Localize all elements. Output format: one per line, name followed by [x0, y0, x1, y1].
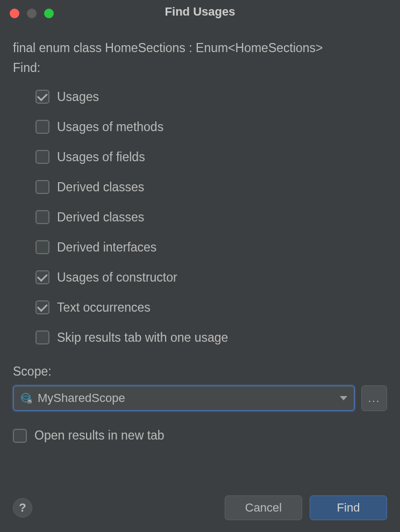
window-zoom-button[interactable]	[44, 9, 54, 18]
dialog-footer: ? Cancel Find	[13, 495, 387, 520]
option-checkbox[interactable]	[35, 150, 49, 164]
scope-label: Scope:	[13, 364, 387, 379]
option-row: Usages of constructor	[35, 262, 387, 292]
scope-section: Scope: MySharedScope ...	[13, 364, 387, 411]
shared-scope-icon	[20, 392, 32, 404]
option-row: Usages of fields	[35, 142, 387, 172]
option-row: Usages	[35, 82, 387, 112]
scope-value: MySharedScope	[38, 391, 340, 405]
option-checkbox[interactable]	[35, 120, 49, 134]
option-checkbox[interactable]	[35, 240, 49, 254]
option-label[interactable]: Derived classes	[57, 210, 144, 225]
traffic-lights	[10, 9, 54, 18]
window-minimize-button[interactable]	[27, 9, 37, 18]
chevron-down-icon	[340, 396, 347, 400]
help-button[interactable]: ?	[13, 498, 32, 517]
scope-row: MySharedScope ...	[13, 385, 387, 411]
option-label[interactable]: Usages of constructor	[57, 270, 177, 285]
option-checkbox[interactable]	[35, 270, 49, 284]
option-row: Usages of methods	[35, 112, 387, 142]
option-checkbox[interactable]	[35, 90, 49, 104]
find-label: Find:	[13, 61, 387, 75]
option-row: Skip results tab with one usage	[35, 322, 387, 353]
option-checkbox[interactable]	[35, 300, 49, 314]
dialog-content: final enum class HomeSections : Enum<Hom…	[0, 24, 400, 443]
titlebar: Find Usages	[0, 0, 400, 24]
open-new-tab-row: Open results in new tab	[13, 428, 387, 443]
option-checkbox[interactable]	[35, 330, 49, 344]
option-label[interactable]: Derived classes	[57, 180, 144, 195]
window-close-button[interactable]	[10, 9, 19, 18]
option-row: Derived classes	[35, 202, 387, 232]
open-new-tab-checkbox[interactable]	[13, 429, 27, 443]
scope-browse-button[interactable]: ...	[361, 385, 387, 411]
target-signature: final enum class HomeSections : Enum<Hom…	[13, 41, 387, 55]
option-label[interactable]: Text occurrences	[57, 300, 151, 315]
option-row: Derived classes	[35, 172, 387, 202]
find-button[interactable]: Find	[310, 495, 387, 520]
option-label[interactable]: Derived interfaces	[57, 240, 156, 255]
option-row: Derived interfaces	[35, 232, 387, 262]
option-label[interactable]: Usages of methods	[57, 120, 163, 134]
option-checkbox[interactable]	[35, 210, 49, 224]
find-options: UsagesUsages of methodsUsages of fieldsD…	[13, 82, 387, 353]
option-label[interactable]: Usages of fields	[57, 150, 145, 164]
window-title: Find Usages	[0, 5, 400, 19]
option-row: Text occurrences	[35, 292, 387, 322]
scope-dropdown[interactable]: MySharedScope	[13, 385, 355, 411]
option-label[interactable]: Skip results tab with one usage	[57, 330, 228, 345]
open-new-tab-label[interactable]: Open results in new tab	[34, 428, 165, 443]
cancel-button[interactable]: Cancel	[225, 495, 302, 520]
option-checkbox[interactable]	[35, 180, 49, 194]
option-label[interactable]: Usages	[57, 90, 99, 104]
